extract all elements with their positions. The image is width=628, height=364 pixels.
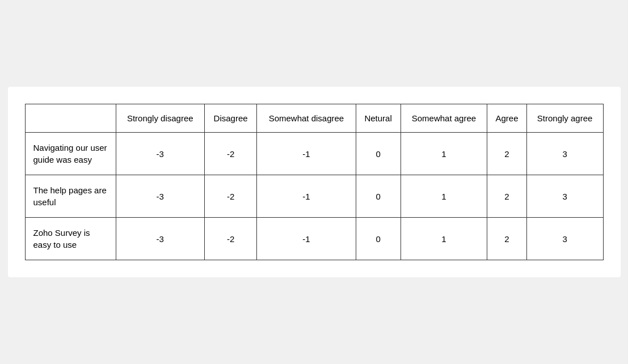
cell-1-7: 3 xyxy=(526,133,603,175)
cell-2-7: 3 xyxy=(526,175,603,218)
header-disagree: Disagree xyxy=(205,104,257,133)
cell-3-3: -1 xyxy=(257,218,356,260)
cell-3-1: -3 xyxy=(116,218,205,260)
cell-2-4: 0 xyxy=(356,175,401,218)
header-somewhat-agree: Somewhat agree xyxy=(401,104,487,133)
cell-3-2: -2 xyxy=(205,218,257,260)
cell-1-6: 2 xyxy=(487,133,526,175)
header-row: Strongly disagree Disagree Somewhat disa… xyxy=(25,104,603,133)
cell-1-5: 1 xyxy=(401,133,487,175)
header-somewhat-disagree: Somewhat disagree xyxy=(257,104,356,133)
header-strongly-disagree: Strongly disagree xyxy=(116,104,205,133)
cell-1-4: 0 xyxy=(356,133,401,175)
row-label-2: The help pages are useful xyxy=(25,175,116,218)
cell-2-2: -2 xyxy=(205,175,257,218)
header-neutral: Netural xyxy=(356,104,401,133)
cell-2-6: 2 xyxy=(487,175,526,218)
cell-3-6: 2 xyxy=(487,218,526,260)
rating-table: Strongly disagree Disagree Somewhat disa… xyxy=(25,104,604,260)
cell-1-1: -3 xyxy=(116,133,205,175)
table-container: Strongly disagree Disagree Somewhat disa… xyxy=(8,87,621,277)
table-row: The help pages are useful -3 -2 -1 0 1 2… xyxy=(25,175,603,218)
table-row: Zoho Survey is easy to use -3 -2 -1 0 1 … xyxy=(25,218,603,260)
cell-2-5: 1 xyxy=(401,175,487,218)
cell-2-3: -1 xyxy=(257,175,356,218)
table-row: Navigating our user guide was easy -3 -2… xyxy=(25,133,603,175)
cell-1-3: -1 xyxy=(257,133,356,175)
header-empty xyxy=(25,104,116,133)
row-label-1: Navigating our user guide was easy xyxy=(25,133,116,175)
cell-3-4: 0 xyxy=(356,218,401,260)
cell-3-7: 3 xyxy=(526,218,603,260)
header-strongly-agree: Strongly agree xyxy=(526,104,603,133)
cell-3-5: 1 xyxy=(401,218,487,260)
row-label-3: Zoho Survey is easy to use xyxy=(25,218,116,260)
cell-2-1: -3 xyxy=(116,175,205,218)
header-agree: Agree xyxy=(487,104,526,133)
cell-1-2: -2 xyxy=(205,133,257,175)
